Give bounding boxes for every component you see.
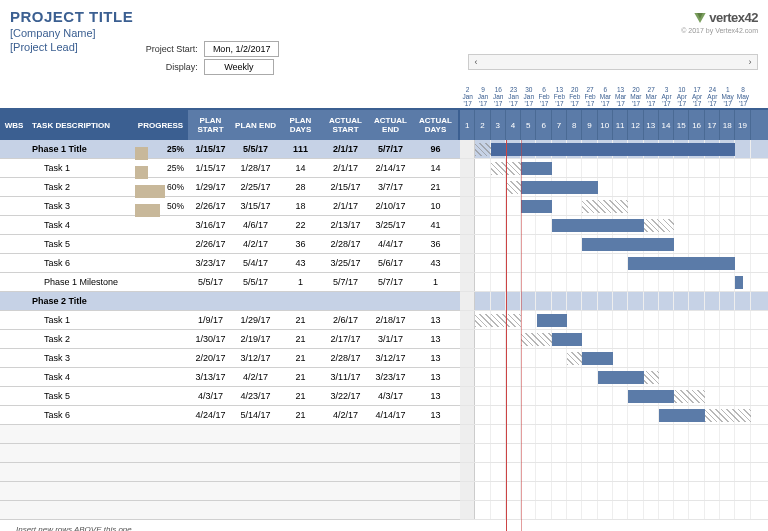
- week-number: 15: [674, 110, 689, 140]
- display-value[interactable]: Weekly: [204, 59, 274, 75]
- logo-icon: [693, 11, 707, 25]
- week-number: 2: [475, 110, 490, 140]
- gantt-plan-bar: [475, 314, 521, 327]
- timeline-dates: 2Jan'179Jan'1716Jan'1723Jan'1730Jan'176F…: [460, 85, 768, 108]
- empty-row: [0, 501, 460, 520]
- col-wbs: WBS: [0, 110, 28, 140]
- gantt-actual-bar: [582, 352, 613, 365]
- date-cell: 20Feb'17: [567, 85, 582, 108]
- display-label: Display:: [128, 62, 198, 72]
- company-name: [Company Name]: [10, 27, 279, 39]
- table-row[interactable]: Task 43/16/174/6/17222/13/173/25/1741: [0, 216, 460, 235]
- table-row[interactable]: Task 54/3/174/23/17213/22/174/3/1713: [0, 387, 460, 406]
- column-headers: WBS TASK DESCRIPTION PROGRESS PLAN START…: [0, 110, 460, 140]
- gantt-actual-bar: [582, 238, 674, 251]
- week-number: 17: [705, 110, 720, 140]
- task-name: Task 6: [28, 258, 133, 268]
- week-number: 7: [552, 110, 567, 140]
- insert-note-row: Insert new rows ABOVE this one: [0, 520, 460, 531]
- task-name: Task 1: [28, 163, 133, 173]
- progress-cell: 60%: [133, 182, 188, 192]
- scroll-right-icon[interactable]: ›: [743, 55, 757, 69]
- start-label: Project Start:: [128, 44, 198, 54]
- date-cell: 27Feb'17: [582, 85, 597, 108]
- table-row[interactable]: Task 260%1/29/172/25/17282/15/173/7/1721: [0, 178, 460, 197]
- date-cell: 10Apr'17: [674, 85, 689, 108]
- empty-row: [0, 482, 460, 501]
- table-row[interactable]: Task 43/13/174/2/17213/11/173/23/1713: [0, 368, 460, 387]
- date-cell: 2Jan'17: [460, 85, 475, 108]
- date-cell: 6Mar'17: [598, 85, 613, 108]
- scroll-left-icon[interactable]: ‹: [469, 55, 483, 69]
- date-cell: 20Mar'17: [628, 85, 643, 108]
- today-line: [506, 140, 507, 531]
- empty-row: [0, 425, 460, 444]
- progress-cell: 25%: [133, 163, 188, 173]
- date-cell: 17Apr'17: [689, 85, 704, 108]
- empty-row: [0, 463, 460, 482]
- week-number: 10: [598, 110, 613, 140]
- progress-cell: 50%: [133, 201, 188, 211]
- week-number: 3: [491, 110, 506, 140]
- task-name: Task 3: [28, 353, 133, 363]
- date-cell: 8May'17: [735, 85, 750, 108]
- gantt-actual-bar: [735, 276, 743, 289]
- task-table: WBS TASK DESCRIPTION PROGRESS PLAN START…: [0, 110, 460, 531]
- gantt-actual-bar: [521, 162, 552, 175]
- date-cell: 24Apr'17: [705, 85, 720, 108]
- gantt-actual-bar: [521, 200, 552, 213]
- task-name: Phase 1 Title: [28, 144, 133, 154]
- gantt-chart: 12345678910111213141516171819: [460, 110, 768, 531]
- timeline-scrollbar[interactable]: ‹ ›: [468, 54, 758, 70]
- col-actual-days: ACTUAL DAYS: [413, 110, 458, 140]
- col-plan-start: PLAN START: [188, 110, 233, 140]
- table-row[interactable]: Phase 2 Title: [0, 292, 460, 311]
- week-number: 5: [521, 110, 536, 140]
- gantt-actual-bar: [659, 409, 705, 422]
- date-cell: 3Apr'17: [659, 85, 674, 108]
- week-number: 14: [659, 110, 674, 140]
- table-row[interactable]: Task 32/20/173/12/17212/28/173/12/1713: [0, 349, 460, 368]
- gantt-actual-bar: [628, 257, 735, 270]
- gantt-week-header: 12345678910111213141516171819: [460, 110, 768, 140]
- task-name: Task 4: [28, 372, 133, 382]
- copyright: © 2017 by Vertex42.com: [468, 27, 758, 34]
- table-row[interactable]: Phase 1 Milestone5/5/175/5/1715/7/175/7/…: [0, 273, 460, 292]
- logo-text: vertex42: [709, 10, 758, 25]
- table-row[interactable]: Task 63/23/175/4/17433/25/175/6/1743: [0, 254, 460, 273]
- task-name: Task 5: [28, 239, 133, 249]
- task-name: Task 1: [28, 315, 133, 325]
- date-cell: 27Mar'17: [644, 85, 659, 108]
- table-row[interactable]: Task 350%2/26/173/15/17182/1/172/10/1710: [0, 197, 460, 216]
- header: PROJECT TITLE [Company Name] [Project Le…: [0, 0, 768, 79]
- gantt-actual-bar: [628, 390, 674, 403]
- empty-row: [0, 444, 460, 463]
- start-value[interactable]: Mon, 1/2/2017: [204, 41, 280, 57]
- gantt-plan-bar: [582, 200, 628, 213]
- gantt-actual-bar: [598, 371, 644, 384]
- week-number: 12: [628, 110, 643, 140]
- date-cell: 1May'17: [720, 85, 735, 108]
- task-name: Task 5: [28, 391, 133, 401]
- table-row[interactable]: Task 52/26/174/2/17362/28/174/4/1736: [0, 235, 460, 254]
- week-number: 16: [689, 110, 704, 140]
- task-name: Task 2: [28, 182, 133, 192]
- table-row[interactable]: Task 21/30/172/19/17212/17/173/1/1713: [0, 330, 460, 349]
- col-plan-days: PLAN DAYS: [278, 110, 323, 140]
- table-row[interactable]: Task 11/9/171/29/17212/6/172/18/1713: [0, 311, 460, 330]
- gantt-actual-bar: [537, 314, 568, 327]
- table-row[interactable]: Task 125%1/15/171/28/17142/1/172/14/1714: [0, 159, 460, 178]
- col-actual-end: ACTUAL END: [368, 110, 413, 140]
- date-cell: 6Feb'17: [536, 85, 551, 108]
- task-name: Task 3: [28, 201, 133, 211]
- task-name: Task 2: [28, 334, 133, 344]
- col-progress: PROGRESS: [133, 110, 188, 140]
- week-number: 8: [567, 110, 582, 140]
- table-row[interactable]: Task 64/24/175/14/17214/2/174/14/1713: [0, 406, 460, 425]
- week-number: 19: [735, 110, 750, 140]
- col-task: TASK DESCRIPTION: [28, 110, 133, 140]
- gantt-plan-bar: [705, 409, 751, 422]
- table-row[interactable]: Phase 1 Title25%1/15/175/5/171112/1/175/…: [0, 140, 460, 159]
- task-name: Task 4: [28, 220, 133, 230]
- gantt-actual-bar: [521, 181, 598, 194]
